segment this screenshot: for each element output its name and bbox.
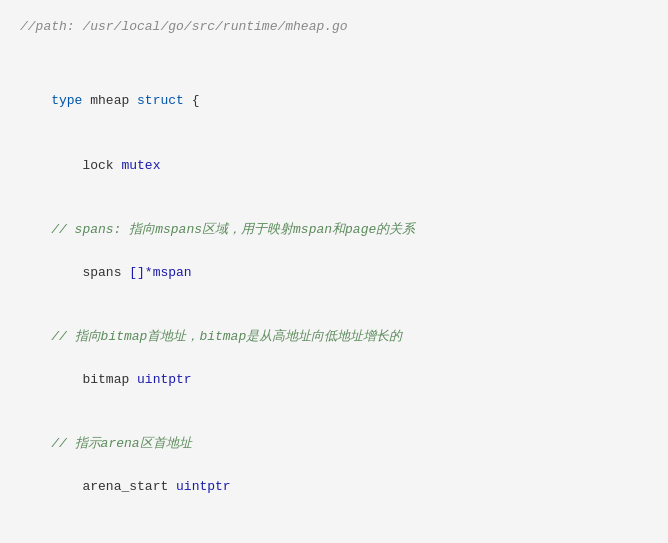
blank-line <box>20 198 648 219</box>
field-lock: lock <box>82 158 121 173</box>
bitmap-type: uintptr <box>137 372 192 387</box>
bitmap-field: bitmap uintptr <box>20 348 648 412</box>
mutex-type: mutex <box>121 158 160 173</box>
arena-start-field: arena_start uintptr <box>20 455 648 519</box>
spans-type: []*mspan <box>129 265 191 280</box>
spans-field: spans []*mspan <box>20 240 648 304</box>
bitmap-comment: // 指向bitmap首地址，bitmap是从高地址向低地址增长的 <box>20 326 648 347</box>
field-bitmap: bitmap <box>82 372 137 387</box>
open-brace: { <box>184 93 200 108</box>
indent <box>51 158 82 173</box>
struct-keyword: struct <box>137 93 184 108</box>
indent <box>51 372 82 387</box>
blank-line <box>20 412 648 433</box>
blank-line <box>20 305 648 326</box>
struct-declaration: type mheap struct { <box>20 69 648 133</box>
field-spans: spans <box>82 265 129 280</box>
filepath-comment: //path: /usr/local/go/src/runtime/mheap.… <box>20 16 648 37</box>
struct-name: mheap <box>90 93 137 108</box>
type-keyword: type <box>51 93 90 108</box>
field-arena-start: arena_start <box>82 479 176 494</box>
blank-line <box>20 47 648 68</box>
spans-comment: // spans: 指向mspans区域，用于映射mspan和page的关系 <box>20 219 648 240</box>
indent <box>51 479 82 494</box>
lock-field: lock mutex <box>20 133 648 197</box>
code-viewer: //path: /usr/local/go/src/runtime/mheap.… <box>0 0 668 543</box>
indent <box>51 265 82 280</box>
arena-start-type: uintptr <box>176 479 231 494</box>
blank-line <box>20 519 648 540</box>
arena-start-comment: // 指示arena区首地址 <box>20 433 648 454</box>
